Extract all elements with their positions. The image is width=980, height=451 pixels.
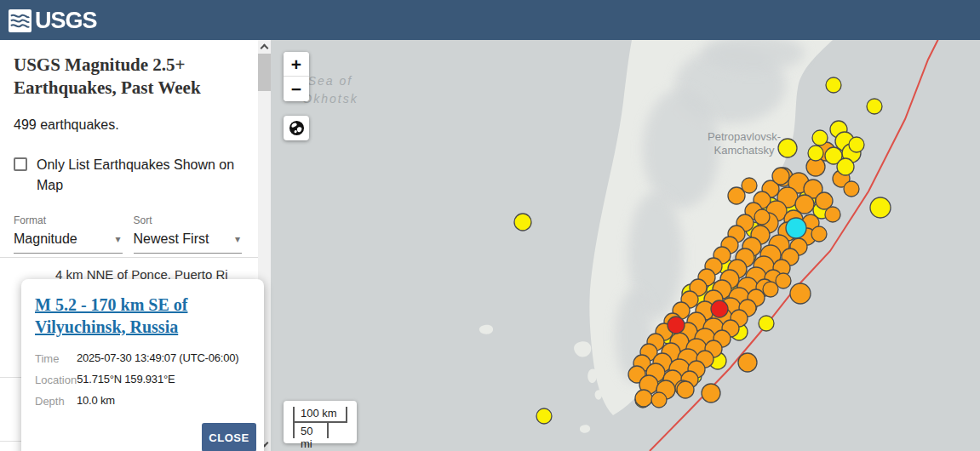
scroll-up-icon[interactable] [261,44,269,53]
earthquake-marker[interactable] [837,158,854,175]
zoom-in-button[interactable]: + [284,52,309,77]
popup-time-row: Time 2025-07-30 13:49:07 (UTC-06:00) [35,351,257,365]
scale-control: 100 km 50 mi [284,401,357,443]
time-label: Time [35,351,77,365]
earthquake-marker[interactable] [790,283,811,304]
sort-select-value: Newest First [134,231,209,247]
earthquake-marker[interactable] [825,207,840,222]
earthquake-marker[interactable] [849,137,864,152]
scale-km: 100 km [293,407,347,423]
earthquake-marker[interactable] [844,181,859,197]
usgs-logo[interactable]: USGS [9,8,97,34]
earthquake-marker[interactable] [754,209,770,225]
depth-label: Depth [35,394,77,408]
event-title-link[interactable]: M 5.2 - 170 km SE of Vilyuchinsk, Russia [21,279,234,338]
format-select[interactable]: Format Magnitude ▾ [14,214,123,254]
earthquake-marker[interactable] [759,316,774,331]
earthquake-marker[interactable] [772,168,789,185]
earthquake-marker[interactable] [812,130,828,146]
list-divider [0,257,271,258]
map[interactable]: Sea ofOkhotsk Petropavlovsk-Kamchatsky +… [271,40,980,451]
earthquake-marker[interactable] [776,273,791,288]
earthquake-marker[interactable] [514,214,531,231]
earthquake-marker[interactable] [651,392,667,408]
globe-icon [289,120,305,136]
close-button[interactable]: CLOSE [202,423,256,451]
earthquake-marker[interactable] [826,77,841,93]
earthquake-marker[interactable] [738,353,757,372]
earthquake-count: 499 earthquakes. [14,117,242,133]
sort-select[interactable]: Sort Newest First ▾ [134,214,243,254]
earthquake-marker[interactable] [702,384,720,402]
zoom-out-button[interactable]: − [284,77,309,101]
map-canvas[interactable] [271,40,980,451]
location-value: 51.715°N 159.931°E [77,373,175,386]
sort-select-label: Sort [134,214,243,226]
earthquake-marker[interactable] [867,99,882,114]
scale-mi: 50 mi [293,423,329,438]
earthquake-marker[interactable] [677,381,694,398]
page-title: USGS Magnitude 2.5+ Earthquakes, Past We… [14,54,244,100]
checkbox-label: Only List Earthquakes Shown on Map [37,155,242,196]
earthquake-marker[interactable] [870,197,891,218]
popup-location-row: Location 51.715°N 159.931°E [35,373,257,386]
earthquake-marker[interactable] [536,408,552,424]
earthquake-marker[interactable] [811,226,827,242]
format-select-label: Format [14,214,123,226]
earthquake-marker[interactable] [635,390,652,407]
time-value: 2025-07-30 13:49:07 (UTC-06:00) [77,351,238,365]
earthquake-marker[interactable] [808,146,823,161]
earthquake-popup: M 5.2 - 170 km SE of Vilyuchinsk, Russia… [21,279,264,451]
format-select-value: Magnitude [14,231,77,247]
usgs-wave-icon [9,9,32,32]
earthquake-marker[interactable] [786,218,806,238]
usgs-logo-text: USGS [35,7,97,35]
earthquake-marker[interactable] [668,317,685,334]
chevron-down-icon: ▾ [115,233,120,245]
location-label: Location [35,373,77,386]
popup-depth-row: Depth 10.0 km [35,394,257,408]
earthquake-marker[interactable] [711,300,728,317]
petropavlovsk-kamchatsky-label: Petropavlovsk-Kamchatsky [693,130,795,157]
app-header: USGS [0,0,980,40]
zoom-control: + − [284,52,309,101]
earthquake-marker[interactable] [742,178,757,193]
only-list-shown-checkbox-row[interactable]: Only List Earthquakes Shown on Map [14,155,242,196]
scrollbar-thumb[interactable] [258,54,271,91]
depth-value: 10.0 km [77,394,115,408]
globe-button[interactable] [284,116,309,140]
chevron-down-icon: ▾ [235,233,240,245]
checkbox-icon[interactable] [14,157,27,171]
